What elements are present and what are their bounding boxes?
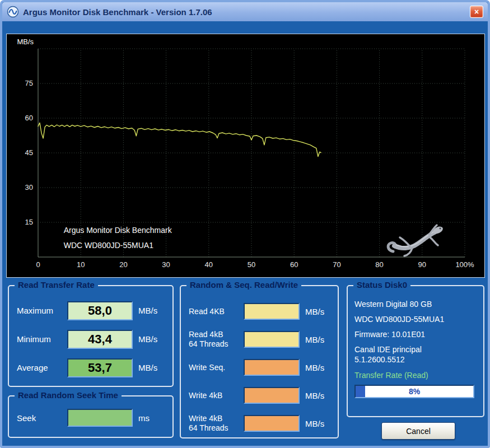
maximum-value: 58,0 [67,301,133,320]
read-transfer-rate-group: Read Transfer Rate Maximum 58,0 MB/s Min… [8,285,174,387]
disk-vendor: Western Digital 80 GB [354,300,477,309]
read-4kb-label-line1: Read 4KB [189,307,244,316]
disk-firmware: Firmware: 10.01E01 [354,330,477,339]
progress-percent: 8% [356,386,473,397]
read-4kb-label: Read 4KB [189,307,244,316]
app-icon[interactable] [7,6,19,18]
svg-text:Argus Monitor Disk Benchmark: Argus Monitor Disk Benchmark [64,226,172,235]
average-label: Average [17,363,67,372]
read-4kb-value [244,303,300,320]
write-4kb-threads-row: Write 4kB 64 Threads MB/s [181,409,338,437]
svg-text:WDC WD800JD-55MUA1: WDC WD800JD-55MUA1 [64,241,153,250]
svg-text:70: 70 [333,260,340,269]
write-seq-row: Write Seq. MB/s [181,353,338,381]
read-4kb-unit: MB/s [305,307,324,316]
svg-text:40: 40 [205,260,213,269]
write-seq-label: Write Seq. [189,363,244,372]
svg-text:75: 75 [25,79,33,87]
status-disk0-title: Status Disk0 [353,280,410,290]
svg-text:10: 10 [77,260,85,269]
write-seq-value [244,359,300,376]
close-button[interactable]: × [470,6,483,18]
svg-text:30: 30 [162,260,170,269]
write-4kb-threads-value [244,415,300,432]
app-window: Argus Monitor Disk Benchmark - Version 1… [0,0,490,448]
benchmark-progressbar: 8% [354,385,474,398]
read-transfer-rate-title: Read Transfer Rate [15,280,98,290]
read-4kb-threads-value [244,331,300,348]
read-4kb-threads-label: Read 4kB 64 Threads [189,330,244,349]
seek-time-group: Read Random Seek Time Seek ms [8,395,174,438]
minimum-label: Minimum [17,334,67,344]
seek-time-title: Read Random Seek Time [15,390,122,400]
average-row: Average 53,7 MB/s [9,353,172,382]
write-4kb-threads-unit: MB/s [305,419,324,428]
svg-text:60: 60 [25,114,33,122]
window-title: Argus Monitor Disk Benchmark - Version 1… [23,7,470,17]
minimum-unit: MB/s [138,334,157,344]
svg-text:90: 90 [418,260,426,269]
write-4kb-label-line1: Write 4kB [189,391,244,400]
random-seq-rw-title: Random & Seq. Read/Write [186,280,301,290]
titlebar[interactable]: Argus Monitor Disk Benchmark - Version 1… [2,2,488,21]
seek-row: Seek ms [9,405,172,430]
svg-text:60: 60 [290,260,298,269]
benchmark-chart: 0102030405060708090100%7560453015MB/sArg… [6,34,485,278]
transfer-rate-label: Transfer Rate (Read) [354,371,477,380]
maximum-label: Maximum [17,306,67,315]
maximum-row: Maximum 58,0 MB/s [9,296,172,325]
write-4kb-row: Write 4kB MB/s [181,381,338,409]
write-4kb-unit: MB/s [305,391,324,400]
read-4kb-threads-label-line2: 64 Threads [189,339,244,349]
svg-text:15: 15 [25,218,33,226]
average-unit: MB/s [138,363,157,372]
minimum-row: Minimum 43,4 MB/s [9,325,172,353]
svg-text:80: 80 [375,260,383,269]
read-4kb-threads-unit: MB/s [305,335,324,344]
seek-unit: ms [138,413,150,423]
disk-model: WDC WD800JD-55MUA1 [354,315,477,324]
svg-text:MB/s: MB/s [17,38,34,46]
write-4kb-threads-label-line2: 64 Threads [189,423,244,433]
write-seq-label-line1: Write Seq. [189,363,244,372]
write-4kb-label: Write 4kB [189,391,244,400]
svg-text:45: 45 [25,148,33,157]
svg-text:50: 50 [248,260,255,269]
os-version: 5.1.2600.5512 [354,355,477,364]
seek-label: Seek [17,413,67,423]
random-seq-rw-group: Random & Seq. Read/Write Read 4KB MB/s R… [180,285,339,438]
average-value: 53,7 [67,358,133,377]
disk-channel: Canal IDE principal [354,345,477,354]
write-seq-unit: MB/s [305,363,324,372]
svg-text:100%: 100% [455,260,474,269]
write-4kb-value [244,387,300,404]
maximum-unit: MB/s [138,306,157,315]
read-4kb-row: Read 4KB MB/s [181,297,338,325]
write-4kb-threads-label-line1: Write 4kB [189,414,244,423]
minimum-value: 43,4 [67,330,133,349]
svg-text:30: 30 [25,183,33,192]
svg-text:0: 0 [36,260,40,269]
read-4kb-threads-row: Read 4kB 64 Threads MB/s [181,325,338,353]
gecko-logo-icon [385,217,452,259]
status-disk0-group: Status Disk0 Western Digital 80 GB WDC W… [347,285,484,417]
close-icon: × [474,7,479,16]
svg-text:20: 20 [119,260,127,269]
seek-value [67,409,133,427]
write-4kb-threads-label: Write 4kB 64 Threads [189,414,244,433]
read-4kb-threads-label-line1: Read 4kB [189,330,244,339]
cancel-button[interactable]: Cancel [381,422,455,440]
